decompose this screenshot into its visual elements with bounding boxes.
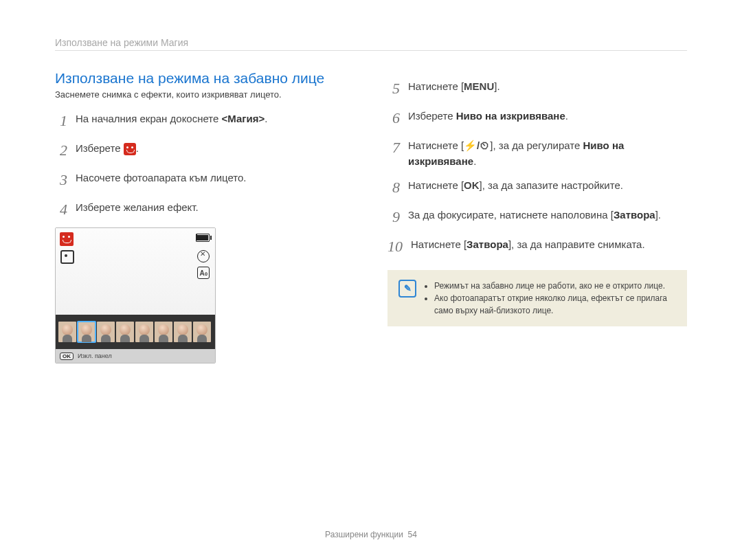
info-icon: ✎ xyxy=(398,280,416,298)
flash-auto-icon: A₀ xyxy=(197,267,210,279)
step-number: 9 xyxy=(387,205,400,228)
left-column: Използване на режима на забавно лице Зас… xyxy=(55,70,355,363)
step-number: 7 xyxy=(387,136,400,169)
note-item: Режимът на забавно лице не работи, ако н… xyxy=(434,280,676,292)
step-text: Изберете желания ефект. xyxy=(76,198,199,221)
step-number: 2 xyxy=(55,139,67,161)
step-number: 4 xyxy=(55,198,67,221)
focus-icon xyxy=(60,250,74,264)
effect-thumb[interactable] xyxy=(97,322,115,342)
effect-thumb[interactable] xyxy=(174,322,192,342)
step-9: 9 За да фокусирате, натиснете наполовина… xyxy=(387,205,687,228)
step-number: 5 xyxy=(387,77,400,100)
footer-section: Разширени функции xyxy=(325,530,403,539)
menu-glyph: MENU xyxy=(464,80,494,92)
effect-thumb[interactable] xyxy=(155,322,172,342)
step-number: 1 xyxy=(55,109,67,132)
effect-thumb[interactable] xyxy=(135,322,153,342)
breadcrumb: Използване на режими Магия xyxy=(55,37,687,51)
effect-thumb[interactable] xyxy=(58,322,76,342)
smiley-icon xyxy=(124,143,136,155)
step-number: 8 xyxy=(387,176,400,199)
effect-thumb[interactable] xyxy=(193,322,211,342)
step-bold: <Магия> xyxy=(222,113,265,124)
intro-text: Заснемете снимка с ефекти, които изкривя… xyxy=(55,89,355,100)
mode-smiley-icon xyxy=(60,232,74,246)
footer-page: 54 xyxy=(408,530,417,539)
step-text: Изберете xyxy=(76,142,124,154)
step-text: Насочете фотоапарата към лицето. xyxy=(76,168,247,191)
step-3: 3 Насочете фотоапарата към лицето. xyxy=(55,168,355,191)
step-8: 8 Натиснете [OK], за да запазите настрой… xyxy=(387,176,687,199)
step-4: 4 Изберете желания ефект. xyxy=(55,198,355,221)
ok-glyph: OK xyxy=(464,179,480,191)
camera-footer-label: Изкл. панел xyxy=(78,352,112,359)
step-7: 7 Натиснете [⚡/⏲], за да регулирате Ниво… xyxy=(387,136,687,169)
ok-pill: OK xyxy=(60,352,74,360)
note-box: ✎ Режимът на забавно лице не работи, ако… xyxy=(387,270,687,326)
step-6: 6 Изберете Ниво на изкривяване. xyxy=(387,107,687,129)
camera-preview: A₀ OK Изкл. панел xyxy=(55,227,216,363)
step-number: 10 xyxy=(387,235,403,258)
camera-footer: OK Изкл. панел xyxy=(56,349,215,363)
effect-thumb[interactable] xyxy=(116,322,134,342)
page-title: Използване на режима на забавно лице xyxy=(55,70,355,87)
step-5: 5 Натиснете [MENU]. xyxy=(387,77,687,100)
note-item: Ако фотоапаратът открие няколко лица, еф… xyxy=(434,292,676,317)
battery-icon xyxy=(196,234,210,242)
step-number: 6 xyxy=(387,107,400,129)
step-1: 1 На началния екран докоснете <Магия>. xyxy=(55,109,355,132)
effect-strip xyxy=(56,315,215,349)
step-10: 10 Натиснете [Затвора], за да направите … xyxy=(387,235,687,258)
flash-timer-glyph: ⚡/⏲ xyxy=(464,139,490,151)
page-footer: Разширени функции 54 xyxy=(0,530,742,539)
step-number: 3 xyxy=(55,168,67,191)
disable-icon xyxy=(197,250,210,262)
step-text: На началния екран докоснете xyxy=(76,113,222,124)
effect-thumb-selected[interactable] xyxy=(78,322,95,342)
right-column: 5 Натиснете [MENU]. 6 Изберете Ниво на и… xyxy=(387,70,687,363)
step-2: 2 Изберете . xyxy=(55,139,355,161)
